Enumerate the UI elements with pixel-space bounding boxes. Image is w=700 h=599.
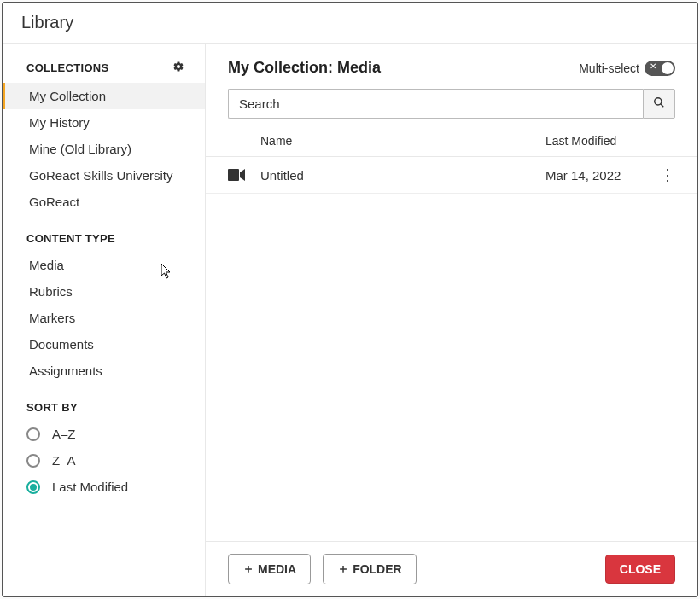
svg-rect-2 <box>228 169 239 181</box>
main-panel: My Collection: Media Multi-select ✕ Sear… <box>206 44 697 596</box>
sort-option-label: Z–A <box>52 453 76 468</box>
col-actions-spacer <box>656 134 675 148</box>
sidebar-item-my-history[interactable]: My History <box>3 109 205 136</box>
sort-za[interactable]: Z–A <box>3 447 205 474</box>
svg-point-0 <box>655 98 662 105</box>
multi-select-label: Multi-select <box>579 61 639 75</box>
list-header: Name Last Modified <box>206 124 697 157</box>
close-label: CLOSE <box>620 562 661 576</box>
sidebar-item-goreact-skills-university[interactable]: GoReact Skills University <box>3 162 205 189</box>
content-type-rubrics[interactable]: Rubrics <box>3 278 205 305</box>
search-icon <box>653 97 665 111</box>
content-type-documents[interactable]: Documents <box>3 331 205 358</box>
sort-last-modified[interactable]: Last Modified <box>3 474 205 500</box>
sidebar-item-label: Media <box>29 258 64 272</box>
list-area: Name Last Modified Untitled Mar 14, 2022… <box>206 124 697 541</box>
collections-section: COLLECTIONS My Collection My History Min… <box>3 59 205 215</box>
radio-icon <box>26 480 40 494</box>
collections-heading: COLLECTIONS <box>26 61 108 74</box>
content-type-media[interactable]: Media <box>3 252 205 278</box>
add-media-button[interactable]: ＋ MEDIA <box>228 554 311 584</box>
sort-az[interactable]: A–Z <box>3 421 205 447</box>
sidebar: COLLECTIONS My Collection My History Min… <box>3 44 206 596</box>
plus-icon: ＋ <box>337 561 349 577</box>
sidebar-item-goreact[interactable]: GoReact <box>3 189 205 215</box>
sort-by-heading-row: SORT BY <box>3 401 205 421</box>
multi-select-control: Multi-select ✕ <box>579 61 675 76</box>
plus-icon: ＋ <box>242 561 254 577</box>
add-folder-label: FOLDER <box>353 562 402 576</box>
sort-option-label: Last Modified <box>52 480 128 494</box>
row-actions-button[interactable]: ⋮ <box>660 167 675 183</box>
sidebar-item-label: GoReact Skills University <box>29 168 172 183</box>
add-folder-button[interactable]: ＋ FOLDER <box>323 554 417 584</box>
toggle-off-icon: ✕ <box>650 61 656 71</box>
content-type-heading-row: CONTENT TYPE <box>3 232 205 252</box>
collections-settings-button[interactable] <box>171 59 186 76</box>
sidebar-item-label: My Collection <box>29 89 106 103</box>
item-date: Mar 14, 2022 <box>545 168 656 183</box>
gear-icon <box>172 61 184 75</box>
list-row[interactable]: Untitled Mar 14, 2022 ⋮ <box>206 157 697 194</box>
sidebar-item-label: My History <box>29 115 90 130</box>
library-dialog: Library COLLECTIONS My Collection My His… <box>2 2 698 597</box>
sort-option-label: A–Z <box>52 427 76 441</box>
dialog-body: COLLECTIONS My Collection My History Min… <box>3 44 697 596</box>
sort-by-heading: SORT BY <box>26 401 78 414</box>
col-name-header[interactable]: Name <box>260 134 545 148</box>
add-media-label: MEDIA <box>258 562 296 576</box>
multi-select-toggle[interactable]: ✕ <box>645 61 675 76</box>
sort-by-section: SORT BY A–Z Z–A Last Modified <box>3 401 205 500</box>
content-type-section: CONTENT TYPE Media Rubrics Markers Docum… <box>3 232 205 384</box>
sidebar-item-label: Assignments <box>29 363 102 378</box>
search-button[interactable] <box>643 89 675 119</box>
dialog-title: Library <box>21 13 679 32</box>
col-date-header[interactable]: Last Modified <box>545 134 656 148</box>
sidebar-item-label: Markers <box>29 311 75 325</box>
search-input[interactable] <box>290 89 643 119</box>
search-label: Search <box>228 89 290 119</box>
sidebar-item-mine-old-library[interactable]: Mine (Old Library) <box>3 136 205 162</box>
footer: ＋ MEDIA ＋ FOLDER CLOSE <box>206 541 697 596</box>
search-row: Search <box>206 89 697 124</box>
item-name: Untitled <box>260 168 545 183</box>
collections-heading-row: COLLECTIONS <box>3 59 205 83</box>
main-header: My Collection: Media Multi-select ✕ <box>206 44 697 89</box>
close-button[interactable]: CLOSE <box>605 555 675 584</box>
svg-line-1 <box>661 104 664 108</box>
kebab-icon: ⋮ <box>660 166 675 183</box>
sidebar-item-my-collection[interactable]: My Collection <box>3 83 205 109</box>
content-type-markers[interactable]: Markers <box>3 305 205 331</box>
main-title: My Collection: Media <box>228 59 381 77</box>
footer-left: ＋ MEDIA ＋ FOLDER <box>228 554 417 584</box>
content-type-assignments[interactable]: Assignments <box>3 358 205 384</box>
radio-icon <box>26 454 40 468</box>
sidebar-item-label: Rubrics <box>29 284 73 299</box>
sidebar-item-label: GoReact <box>29 195 79 209</box>
col-icon-spacer <box>228 134 260 148</box>
video-icon <box>228 169 260 181</box>
dialog-header: Library <box>3 3 697 44</box>
toggle-knob <box>662 62 674 74</box>
radio-icon <box>26 427 40 441</box>
content-type-heading: CONTENT TYPE <box>26 232 115 245</box>
sidebar-item-label: Documents <box>29 337 94 352</box>
sidebar-item-label: Mine (Old Library) <box>29 142 131 156</box>
